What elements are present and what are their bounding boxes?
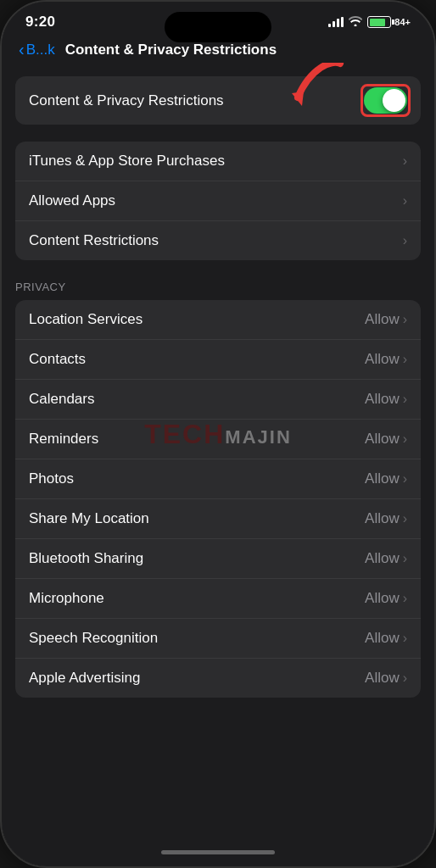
apple-advertising-item[interactable]: Apple Advertising Allow ›	[15, 659, 421, 698]
speech-recognition-value: Allow	[365, 630, 400, 647]
privacy-group: Location Services Allow › Contacts Allow…	[15, 300, 421, 698]
home-indicator	[2, 837, 434, 866]
speech-recognition-label: Speech Recognition	[29, 630, 158, 647]
location-services-value: Allow	[365, 311, 400, 328]
battery-container: 84+	[367, 16, 411, 28]
speech-recognition-right: Allow ›	[365, 630, 407, 647]
itunes-purchases-right: ›	[403, 153, 407, 169]
wifi-icon	[349, 15, 362, 29]
reminders-label: Reminders	[29, 431, 98, 448]
back-button[interactable]: ‹ B...k	[19, 41, 55, 59]
signal-bar-3	[337, 19, 339, 27]
photos-label: Photos	[29, 470, 74, 487]
dynamic-island	[165, 12, 271, 42]
content-privacy-toggle-row: Content & Privacy Restrictions	[15, 76, 421, 125]
back-chevron-icon: ‹	[19, 40, 25, 59]
calendars-right: Allow ›	[365, 391, 407, 408]
reminders-item[interactable]: Reminders Allow ›	[15, 420, 421, 459]
contacts-label: Contacts	[29, 351, 86, 368]
battery-fill	[370, 19, 385, 26]
calendars-chevron-icon: ›	[403, 392, 407, 407]
microphone-label: Microphone	[29, 590, 104, 607]
content-restrictions-item[interactable]: Content Restrictions ›	[15, 221, 421, 260]
photos-chevron-icon: ›	[403, 471, 407, 487]
content-restrictions-right: ›	[403, 233, 407, 248]
apple-advertising-label: Apple Advertising	[29, 670, 140, 687]
location-services-chevron-icon: ›	[403, 312, 407, 327]
bluetooth-sharing-right: Allow ›	[365, 550, 407, 567]
reminders-value: Allow	[365, 431, 400, 448]
calendars-label: Calendars	[29, 391, 95, 408]
bluetooth-sharing-item[interactable]: Bluetooth Sharing Allow ›	[15, 539, 421, 579]
share-my-location-label: Share My Location	[29, 510, 149, 527]
toggle-wrapper	[364, 87, 407, 114]
settings-group: iTunes & App Store Purchases › Allowed A…	[15, 142, 421, 260]
bluetooth-sharing-value: Allow	[365, 550, 400, 567]
status-time: 9:20	[25, 14, 55, 31]
reminders-right: Allow ›	[365, 431, 407, 448]
contacts-item[interactable]: Contacts Allow ›	[15, 340, 421, 380]
microphone-item[interactable]: Microphone Allow ›	[15, 579, 421, 619]
content-restrictions-label: Content Restrictions	[29, 232, 159, 249]
itunes-purchases-chevron-icon: ›	[403, 153, 407, 169]
signal-bars-icon	[328, 17, 344, 27]
toggle-label: Content & Privacy Restrictions	[29, 92, 224, 109]
microphone-chevron-icon: ›	[403, 591, 407, 606]
reminders-chevron-icon: ›	[403, 431, 407, 447]
contacts-chevron-icon: ›	[403, 352, 407, 367]
toggle-knob	[383, 89, 405, 112]
content-area: Content & Privacy Restrictions	[2, 63, 434, 837]
calendars-item[interactable]: Calendars Allow ›	[15, 380, 421, 420]
microphone-value: Allow	[365, 590, 400, 607]
status-icons: 84+	[328, 15, 411, 29]
microphone-right: Allow ›	[365, 590, 407, 607]
allowed-apps-item[interactable]: Allowed Apps ›	[15, 181, 421, 221]
signal-bar-2	[333, 21, 335, 27]
battery-label: 84+	[394, 17, 411, 27]
share-my-location-right: Allow ›	[365, 510, 407, 527]
photos-right: Allow ›	[365, 470, 407, 487]
calendars-value: Allow	[365, 391, 400, 408]
privacy-section-label: PRIVACY	[15, 277, 421, 293]
red-arrow-indicator	[285, 63, 353, 114]
phone-screen: 9:20	[2, 2, 434, 866]
bluetooth-sharing-label: Bluetooth Sharing	[29, 550, 143, 567]
share-my-location-item[interactable]: Share My Location Allow ›	[15, 499, 421, 539]
allowed-apps-right: ›	[403, 193, 407, 209]
location-services-right: Allow ›	[365, 311, 407, 328]
contacts-value: Allow	[365, 351, 400, 368]
speech-recognition-item[interactable]: Speech Recognition Allow ›	[15, 619, 421, 659]
apple-advertising-chevron-icon: ›	[403, 670, 407, 686]
apple-advertising-value: Allow	[365, 670, 400, 687]
itunes-purchases-item[interactable]: iTunes & App Store Purchases ›	[15, 142, 421, 181]
page-title: Content & Privacy Restrictions	[65, 42, 417, 58]
battery-icon	[367, 16, 391, 28]
photos-value: Allow	[365, 470, 400, 487]
itunes-purchases-label: iTunes & App Store Purchases	[29, 153, 225, 170]
signal-bar-1	[328, 24, 331, 27]
home-bar	[161, 850, 275, 854]
share-my-location-chevron-icon: ›	[403, 511, 407, 526]
allowed-apps-label: Allowed Apps	[29, 192, 115, 209]
location-services-item[interactable]: Location Services Allow ›	[15, 300, 421, 340]
apple-advertising-right: Allow ›	[365, 670, 407, 687]
location-services-label: Location Services	[29, 311, 143, 328]
content-restrictions-chevron-icon: ›	[403, 233, 407, 248]
allowed-apps-chevron-icon: ›	[403, 193, 407, 209]
content-privacy-toggle[interactable]	[364, 87, 407, 114]
contacts-right: Allow ›	[365, 351, 407, 368]
svg-marker-0	[292, 92, 304, 106]
signal-bar-4	[341, 17, 344, 27]
share-my-location-value: Allow	[365, 510, 400, 527]
phone-frame: 9:20	[0, 0, 436, 868]
speech-recognition-chevron-icon: ›	[403, 631, 407, 646]
photos-item[interactable]: Photos Allow ›	[15, 459, 421, 499]
bluetooth-sharing-chevron-icon: ›	[403, 551, 407, 566]
back-label: B...k	[26, 42, 55, 58]
